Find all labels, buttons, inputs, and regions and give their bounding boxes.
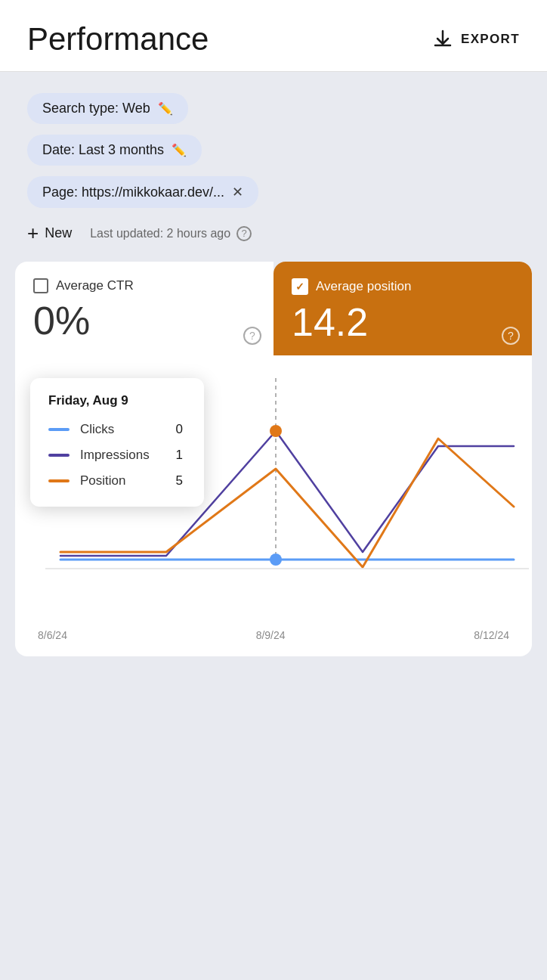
tooltip-position-row: Position 5 <box>48 473 183 488</box>
ctr-checkbox[interactable] <box>33 278 48 293</box>
metric-cards: Average CTR 0% ? Average position 14.2 ? <box>15 262 532 355</box>
date-label: Date: Last 3 months <box>42 142 164 158</box>
x-label-0: 8/6/24 <box>38 629 67 641</box>
header: Performance EXPORT <box>0 0 547 72</box>
clicks-dot <box>270 554 282 566</box>
impressions-dot <box>270 425 282 437</box>
export-button[interactable]: EXPORT <box>432 29 520 50</box>
pencil-icon: ✏️ <box>172 143 187 157</box>
tooltip-position-label: Position <box>80 473 157 488</box>
tooltip-impressions-value: 1 <box>168 448 183 463</box>
last-updated-text: Last updated: 2 hours ago <box>90 227 230 240</box>
x-label-1: 8/9/24 <box>256 629 286 641</box>
avg-position-card[interactable]: Average position 14.2 ? <box>274 262 532 355</box>
ctr-label: Average CTR <box>56 278 134 293</box>
close-icon: ✕ <box>232 184 243 200</box>
date-filter[interactable]: Date: Last 3 months ✏️ <box>27 135 202 166</box>
position-info-icon[interactable]: ? <box>502 327 520 345</box>
search-type-label: Search type: Web <box>42 101 150 116</box>
chart-container: Friday, Aug 9 Clicks 0 Impressions 1 Pos… <box>15 355 532 656</box>
actions-row: + New Last updated: 2 hours ago ? <box>0 208 547 262</box>
ctr-value: 0% <box>33 301 255 340</box>
position-label: Average position <box>316 279 411 294</box>
tooltip-clicks-value: 0 <box>168 422 183 437</box>
avg-ctr-card[interactable]: Average CTR 0% ? <box>15 262 274 355</box>
avg-position-header: Average position <box>292 278 514 295</box>
download-icon <box>432 29 453 50</box>
tooltip-card: Friday, Aug 9 Clicks 0 Impressions 1 Pos… <box>30 378 204 507</box>
info-icon[interactable]: ? <box>236 226 252 241</box>
last-updated: Last updated: 2 hours ago ? <box>90 226 252 241</box>
export-label: EXPORT <box>461 32 520 47</box>
page-label: Page: https://mikkokaar.dev/... <box>42 185 224 200</box>
filters-section: Search type: Web ✏️ Date: Last 3 months … <box>0 72 547 208</box>
tooltip-date: Friday, Aug 9 <box>48 393 183 408</box>
page-filter[interactable]: Page: https://mikkokaar.dev/... ✕ <box>27 176 258 208</box>
new-button[interactable]: + New <box>27 222 72 245</box>
pencil-icon: ✏️ <box>158 101 173 116</box>
x-label-2: 8/12/24 <box>474 629 509 641</box>
avg-ctr-header: Average CTR <box>33 278 255 293</box>
tooltip-clicks-label: Clicks <box>80 422 157 437</box>
position-value: 14.2 <box>292 302 514 342</box>
tooltip-clicks-row: Clicks 0 <box>48 422 183 437</box>
ctr-info-icon[interactable]: ? <box>243 327 261 345</box>
new-label: New <box>45 225 72 241</box>
position-checkbox[interactable] <box>292 278 308 295</box>
impressions-line-indicator <box>48 454 70 457</box>
clicks-line-indicator <box>48 428 70 431</box>
chart-area: Average CTR 0% ? Average position 14.2 ?… <box>0 262 547 679</box>
position-line-indicator <box>48 479 70 482</box>
tooltip-impressions-row: Impressions 1 <box>48 448 183 463</box>
tooltip-impressions-label: Impressions <box>80 448 157 463</box>
tooltip-position-value: 5 <box>168 473 183 488</box>
plus-icon: + <box>27 222 39 245</box>
page-title: Performance <box>27 21 209 57</box>
x-axis-labels: 8/6/24 8/9/24 8/12/24 <box>15 623 532 641</box>
search-type-filter[interactable]: Search type: Web ✏️ <box>27 93 188 124</box>
